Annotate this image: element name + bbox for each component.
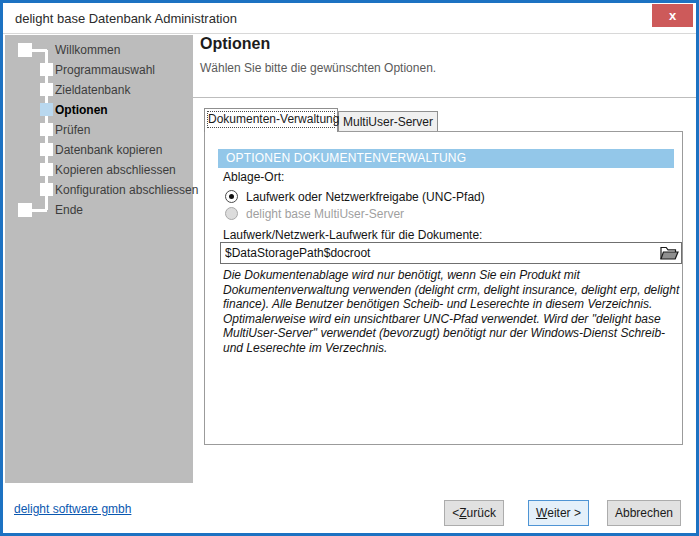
page-subtitle: Wählen Sie bitte die gewünschten Optione…	[200, 61, 436, 75]
step-label: Willkommen	[55, 40, 120, 60]
back-button-prefix: <	[452, 506, 459, 520]
tab-multiuser-server[interactable]: MultiUser-Server	[338, 111, 438, 131]
step-node-icon	[40, 163, 53, 176]
document-path-input[interactable]	[220, 242, 682, 264]
step-label: Prüfen	[55, 120, 90, 140]
step-node-icon	[40, 183, 53, 196]
header-divider	[193, 97, 696, 98]
wizard-window: delight base Datenbank Administration x …	[0, 0, 699, 536]
sidebar-step-programmauswahl: Programmauswahl	[5, 60, 193, 80]
close-button[interactable]: x	[652, 4, 693, 27]
step-node-icon	[40, 143, 53, 156]
tab-label: Dokumenten-Verwaltung	[208, 112, 334, 127]
document-path-label: Laufwerk/Netzwerk-Laufwerk für die Dokum…	[223, 228, 482, 242]
sidebar-step-willkommen: Willkommen	[5, 40, 193, 60]
dialog-buttons: < Zurück Weiter > Abbrechen	[444, 500, 681, 526]
radio-multiuser-label: delight base MultiUser-Server	[246, 206, 404, 222]
next-button-rest: eiter >	[547, 506, 581, 520]
step-label: Konfiguration abschliessen	[55, 180, 198, 200]
back-button-mnemonic: Z	[459, 506, 466, 520]
tab-dokumenten-verwaltung[interactable]: Dokumenten-Verwaltung	[204, 108, 338, 132]
sidebar-step-datenbank-kopieren: Datenbank kopieren	[5, 140, 193, 160]
sidebar-step-ende: Ende	[5, 200, 193, 220]
sidebar-step-kopieren-abschliessen: Kopieren abschliessen	[5, 160, 193, 180]
page-title: Optionen	[200, 35, 270, 53]
next-button-mnemonic: W	[536, 506, 547, 520]
window-title: delight base Datenbank Administration	[15, 11, 237, 26]
step-node-icon	[40, 83, 53, 96]
step-node-icon	[40, 123, 53, 136]
description-text: Die Dokumentenablage wird nur benötigt, …	[223, 268, 681, 356]
cancel-button[interactable]: Abbrechen	[607, 500, 681, 526]
storage-location-label: Ablage-Ort:	[223, 170, 284, 184]
wizard-sidebar: Willkommen Programmauswahl Zieldatenbank…	[5, 35, 193, 483]
step-label: Programmauswahl	[55, 60, 155, 80]
step-label-active: Optionen	[55, 100, 108, 120]
radio-multiuser-disabled	[225, 207, 238, 220]
sidebar-step-optionen-active: Optionen	[5, 100, 193, 120]
close-icon: x	[669, 8, 676, 23]
radio-unc-selected[interactable]	[225, 190, 238, 203]
next-button[interactable]: Weiter >	[528, 500, 589, 526]
tab-label: MultiUser-Server	[343, 115, 433, 129]
browse-folder-icon[interactable]	[660, 246, 679, 260]
title-bar: delight base Datenbank Administration x	[3, 3, 696, 34]
step-label: Datenbank kopieren	[55, 140, 162, 160]
step-node-icon	[18, 43, 32, 57]
step-label: Zieldatenbank	[55, 80, 130, 100]
step-label: Kopieren abschliessen	[55, 160, 176, 180]
step-node-active-icon	[40, 103, 53, 116]
sidebar-step-konfiguration-abschliessen: Konfiguration abschliessen	[5, 180, 193, 200]
document-path-field-wrap	[220, 242, 682, 264]
radio-unc-label[interactable]: Laufwerk oder Netzwerkfreigabe (UNC-Pfad…	[246, 189, 485, 205]
section-header: OPTIONEN DOKUMENTENVERWALTUNG	[218, 149, 674, 168]
step-node-icon	[40, 63, 53, 76]
step-node-icon	[18, 203, 32, 217]
step-label: Ende	[55, 200, 83, 220]
back-button-rest: urück	[467, 506, 496, 520]
radio-dot-icon	[229, 194, 234, 199]
sidebar-step-zieldatenbank: Zieldatenbank	[5, 80, 193, 100]
options-panel: OPTIONEN DOKUMENTENVERWALTUNG Ablage-Ort…	[204, 131, 683, 445]
sidebar-step-pruefen: Prüfen	[5, 120, 193, 140]
back-button[interactable]: < Zurück	[444, 500, 504, 526]
vendor-link[interactable]: delight software gmbh	[14, 502, 131, 516]
